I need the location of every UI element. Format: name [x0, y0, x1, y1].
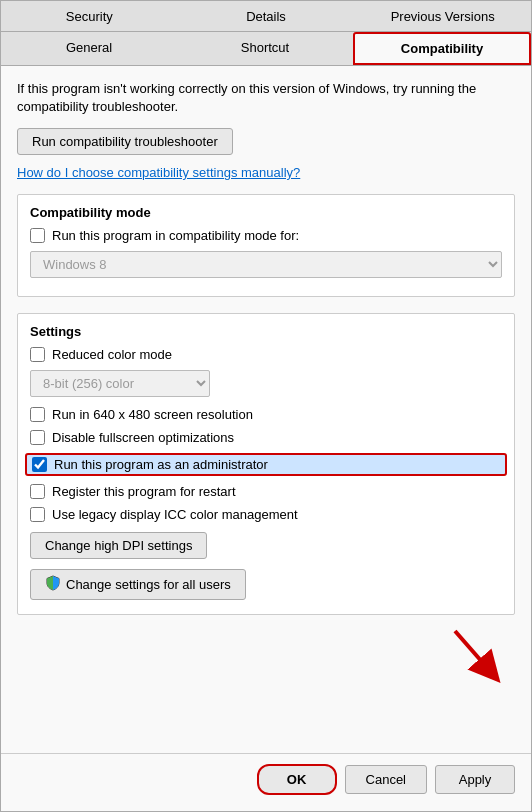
- dialog: Security Details Previous Versions Gener…: [0, 0, 532, 812]
- tabs-row-1: Security Details Previous Versions: [1, 1, 531, 32]
- resolution-row: Run in 640 x 480 screen resolution: [30, 407, 502, 422]
- tabs-row-2: General Shortcut Compatibility: [1, 32, 531, 66]
- compatibility-mode-section: Compatibility mode Run this program in c…: [17, 194, 515, 297]
- svg-line-0: [455, 631, 490, 671]
- compat-mode-checkbox-label[interactable]: Run this program in compatibility mode f…: [52, 228, 299, 243]
- troubleshooter-button[interactable]: Run compatibility troubleshooter: [17, 128, 233, 155]
- tab-compatibility[interactable]: Compatibility: [353, 32, 531, 65]
- fullscreen-label[interactable]: Disable fullscreen optimizations: [52, 430, 234, 445]
- arrow-annotation: [17, 626, 515, 686]
- bottom-bar: OK Cancel Apply: [1, 753, 531, 811]
- help-link[interactable]: How do I choose compatibility settings m…: [17, 165, 515, 180]
- tab-general[interactable]: General: [1, 32, 177, 65]
- compat-mode-checkbox[interactable]: [30, 228, 45, 243]
- reduced-color-checkbox[interactable]: [30, 347, 45, 362]
- cancel-button[interactable]: Cancel: [345, 765, 427, 794]
- tab-security[interactable]: Security: [1, 1, 178, 31]
- red-arrow-svg: [425, 626, 505, 686]
- apply-button[interactable]: Apply: [435, 765, 515, 794]
- register-label[interactable]: Register this program for restart: [52, 484, 236, 499]
- reduced-color-row: Reduced color mode: [30, 347, 502, 362]
- ok-button[interactable]: OK: [257, 764, 337, 795]
- settings-label: Settings: [30, 324, 502, 339]
- register-checkbox[interactable]: [30, 484, 45, 499]
- resolution-label[interactable]: Run in 640 x 480 screen resolution: [52, 407, 253, 422]
- admin-row: Run this program as an administrator: [25, 453, 507, 476]
- icc-checkbox[interactable]: [30, 507, 45, 522]
- fullscreen-checkbox[interactable]: [30, 430, 45, 445]
- description-text: If this program isn't working correctly …: [17, 80, 515, 116]
- tab-shortcut[interactable]: Shortcut: [177, 32, 353, 65]
- tab-details[interactable]: Details: [178, 1, 355, 31]
- dpi-button[interactable]: Change high DPI settings: [30, 532, 207, 559]
- settings-section: Settings Reduced color mode 8-bit (256) …: [17, 313, 515, 615]
- all-users-button[interactable]: Change settings for all users: [30, 569, 246, 600]
- fullscreen-row: Disable fullscreen optimizations: [30, 430, 502, 445]
- content-area: If this program isn't working correctly …: [1, 66, 531, 753]
- resolution-checkbox[interactable]: [30, 407, 45, 422]
- admin-label[interactable]: Run this program as an administrator: [54, 457, 268, 472]
- shield-icon: [45, 575, 61, 594]
- reduced-color-label[interactable]: Reduced color mode: [52, 347, 172, 362]
- tab-previous-versions[interactable]: Previous Versions: [354, 1, 531, 31]
- icc-label[interactable]: Use legacy display ICC color management: [52, 507, 298, 522]
- compat-mode-checkbox-row: Run this program in compatibility mode f…: [30, 228, 502, 243]
- compat-mode-dropdown[interactable]: Windows 8 Windows 7 Windows Vista Window…: [30, 251, 502, 278]
- admin-checkbox[interactable]: [32, 457, 47, 472]
- compat-mode-label: Compatibility mode: [30, 205, 502, 220]
- color-dropdown[interactable]: 8-bit (256) color: [30, 370, 210, 397]
- icc-row: Use legacy display ICC color management: [30, 507, 502, 522]
- register-row: Register this program for restart: [30, 484, 502, 499]
